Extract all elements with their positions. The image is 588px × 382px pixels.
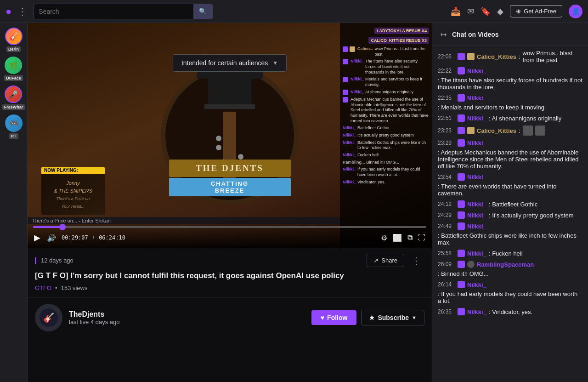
chat-timestamp-14: 26:35 — [438, 308, 455, 315]
share-icon: ↗ — [373, 257, 379, 264]
resub-badge-2: CALICO_KITTIES RESUB X3 — [368, 37, 429, 44]
search-input[interactable] — [34, 4, 193, 19]
audience-badge-text: Intended for certain audiences — [181, 59, 268, 67]
chat-username-10[interactable]: Nilkki_ — [467, 223, 486, 230]
channel-avatar-inner-circle: 🎸 — [40, 308, 58, 327]
chat-message-9: 24:29 Nilkki_ : It's actually pretty goo… — [438, 211, 582, 219]
now-playing-label: NOW PLAYING: — [41, 167, 105, 174]
ad-free-icon: ⊕ — [516, 8, 521, 15]
chat-username-13[interactable]: Nilkki_ — [467, 281, 486, 288]
chat-username-11[interactable]: Nilkki_ — [467, 250, 486, 257]
chat-timestamp-7: 23:54 — [438, 174, 455, 180]
main-layout: 🎸 Berin 🌿 DuFace 🎤 FrasWhar 🎮 RT — [0, 23, 588, 382]
bookmark-icon[interactable]: 🔖 — [481, 6, 491, 17]
chat-message-10: 24:49 Nilkki_ : Battlefleet Gothic ships… — [438, 222, 582, 246]
audience-chevron-icon: ▼ — [272, 60, 278, 66]
mail-icon[interactable]: ✉ — [467, 6, 474, 17]
ad-free-label: Get Ad-Free — [524, 8, 556, 15]
sidebar-item-berin[interactable]: 🎸 Berin — [5, 28, 23, 52]
chat-timestamp-9: 24:29 — [438, 212, 455, 218]
chat-username-7[interactable]: Nilkki_ — [467, 174, 486, 181]
subscribe-label: Subscribe — [378, 314, 409, 321]
chat-username-9[interactable]: Nilkki_ — [467, 212, 486, 219]
chat-badge-1 — [458, 53, 465, 60]
subscribe-button[interactable]: ★ Subscribe ▼ — [361, 310, 424, 325]
logo-band-name: The Djents — [169, 160, 291, 177]
left-sidebar: 🎸 Berin 🌿 DuFace 🎤 FrasWhar 🎮 RT — [0, 23, 28, 382]
chat-message-14: 26:35 Nilkki_ : Vindicator, yes. — [438, 308, 582, 315]
date-bar — [35, 257, 36, 264]
sidebar-avatar-rt: 🎮 — [5, 114, 23, 132]
sidebar-label-berin: Berin — [6, 46, 21, 52]
search-bar: 🔍 — [34, 4, 213, 19]
chat-username-14[interactable]: Nilkki_ — [467, 308, 486, 315]
chat-collapse-button[interactable]: ↦ — [440, 29, 447, 40]
video-chat-msg-10: Rambling... Binned it!! OMG... — [343, 160, 429, 165]
channel-row: 🎸 TheDjents last live 4 days ago ♥ Follo… — [28, 297, 432, 338]
chat-username-3[interactable]: Nilkki_ — [467, 95, 486, 102]
progress-thumb — [59, 224, 66, 230]
chat-username-12[interactable]: RamblingSpaceman — [477, 261, 534, 268]
chat-username-2[interactable]: Nilkki_ — [467, 68, 486, 74]
fullscreen-button[interactable]: ⛶ — [417, 233, 426, 243]
video-chat-msg-4: Nilkki_ AI shenannigans originally — [343, 90, 429, 95]
chat-username-4[interactable]: Nilkki_ — [467, 115, 486, 122]
channel-avatar: 🎸 — [35, 304, 62, 331]
play-button[interactable]: ▶ — [33, 232, 41, 244]
channel-name[interactable]: TheDjents — [69, 310, 305, 319]
chat-emote-1 — [523, 125, 533, 136]
nav-dots-icon[interactable]: ⋮ — [16, 6, 29, 17]
crown-icon[interactable]: ◆ — [497, 6, 503, 17]
chat-username-8[interactable]: Nilkki_ — [467, 201, 486, 208]
video-info: 12 days ago ↗ Share ⋮ [G T F O] I'm sorr… — [28, 248, 432, 297]
video-section: The Djents CHATTINGBREEZE Intended for c… — [28, 23, 432, 382]
user-avatar[interactable]: 👤 — [569, 5, 582, 18]
chat-timestamp-4: 22:51 — [438, 115, 455, 121]
chat-title: Chat on Videos — [452, 31, 499, 38]
chat-message-7: 23:54 Nilkki_ : There are even worlds th… — [438, 173, 582, 197]
follow-button[interactable]: ♥ Follow — [311, 310, 357, 325]
chat-username-1[interactable]: Calico_Kitties — [477, 53, 516, 60]
share-button[interactable]: ↗ Share — [367, 254, 404, 267]
sidebar-item-fraswhar[interactable]: 🎤 FrasWhar — [2, 86, 25, 110]
channel-buttons: ♥ Follow ★ Subscribe ▼ — [311, 310, 424, 325]
pip-button[interactable]: ⧉ — [407, 233, 413, 243]
channel-last-live: last live 4 days ago — [69, 319, 305, 325]
now-playing-overlay: NOW PLAYING: Jonny& THE SNIPERSThere's a… — [41, 167, 105, 215]
chat-timestamp-1: 22:06 — [438, 53, 455, 60]
search-icon: 🔍 — [199, 8, 207, 15]
follow-label: Follow — [327, 314, 347, 321]
channel-tag-link[interactable]: GTFO — [35, 285, 51, 291]
video-chat-msg-8: Nilkki_ Battlefleet Gothic ships were li… — [343, 140, 429, 151]
logo-banner: The Djents CHATTINGBREEZE — [169, 160, 291, 196]
star-icon: ★ — [369, 314, 375, 321]
video-channel-row: GTFO • 153 views — [35, 285, 424, 291]
inbox-icon[interactable]: 📥 — [451, 6, 461, 17]
chat-timestamp-10: 24:49 — [438, 223, 455, 229]
settings-button[interactable]: ⚙ — [380, 233, 388, 243]
top-nav: ● ⋮ 🔍 📥 ✉ 🔖 ◆ ⊕ Get Ad-Free 👤 — [0, 0, 588, 23]
chat-badge-nilkki-1 — [458, 67, 465, 74]
chat-timestamp-6: 23:29 — [438, 140, 455, 146]
chat-timestamp-13: 26:14 — [438, 281, 455, 288]
channel-avatar-wrap[interactable]: 🎸 — [35, 304, 62, 331]
chat-message-5: 23:23 Calico_Kitties : — [438, 125, 582, 136]
chat-username-6[interactable]: Nilkki_ — [467, 140, 486, 147]
progress-bar[interactable] — [33, 226, 426, 228]
volume-button[interactable]: 🔊 — [46, 233, 57, 243]
sidebar-item-duface[interactable]: 🌿 DuFace — [4, 57, 23, 81]
video-controls: ▶ 🔊 00:29:07 / 06:24:10 ⚙ ⬜ ⧉ ⛶ — [28, 222, 432, 248]
get-ad-free-button[interactable]: ⊕ Get Ad-Free — [510, 5, 562, 17]
chat-emote-2 — [535, 125, 545, 136]
search-button[interactable]: 🔍 — [193, 4, 212, 19]
logo-tuning-peg-1 — [216, 136, 221, 141]
video-chat-msg-5: Adeptus Mechanicus banned the use of Abo… — [343, 97, 429, 124]
view-count-separator: • — [55, 285, 57, 291]
audience-badge[interactable]: Intended for certain audiences ▼ — [173, 54, 287, 72]
sidebar-item-rt[interactable]: 🎮 RT — [5, 114, 23, 139]
theater-mode-button[interactable]: ⬜ — [392, 233, 403, 243]
channel-info: TheDjents last live 4 days ago — [69, 310, 305, 325]
chat-username-5[interactable]: Calico_Kitties — [477, 127, 516, 134]
more-options-button[interactable]: ⋮ — [408, 254, 424, 267]
video-actions: ↗ Share ⋮ — [367, 254, 424, 267]
